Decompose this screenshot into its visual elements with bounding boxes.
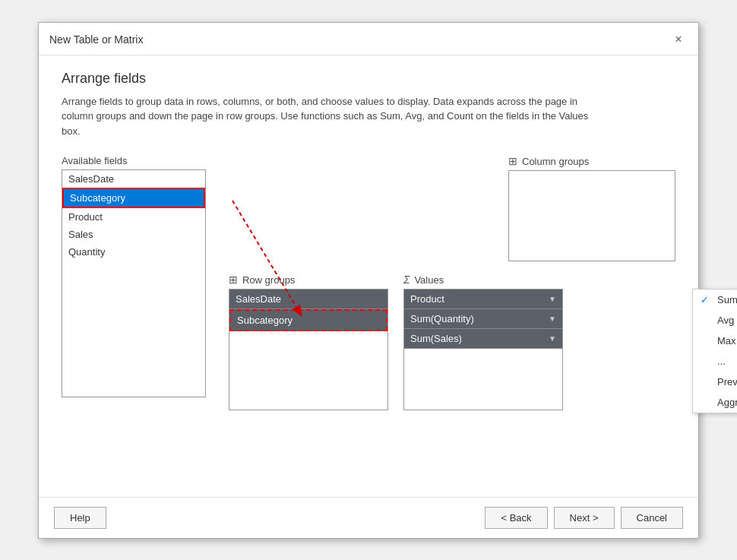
footer-right: < Back Next > Cancel [485,507,683,529]
help-button[interactable]: Help [54,507,106,529]
context-menu-item-sum[interactable]: Sum [693,289,737,310]
row-groups-label: Row groups [242,274,295,286]
dialog-title: New Table or Matrix [49,33,143,46]
values-label: Values [414,274,444,286]
values-item[interactable]: Product ▼ [404,289,562,309]
list-item[interactable]: Sales [62,226,205,243]
list-item[interactable]: Quantity [62,243,205,261]
titlebar: New Table or Matrix × [39,23,698,55]
bottom-panels: ⊞ Row groups SalesDate Subcategory [229,274,675,410]
list-item[interactable]: SalesDate [62,170,205,188]
right-panels: ⊞ Column groups ⊞ Row groups [229,155,675,410]
table-column-icon: ⊞ [508,155,517,167]
row-group-item[interactable]: SalesDate [229,289,387,309]
context-menu-item-max[interactable]: Max [693,331,737,351]
available-fields-section: Available fields SalesDate Subcategory P… [62,155,206,397]
dialog-container: New Table or Matrix × Arrange fields Arr… [38,22,699,539]
close-button[interactable]: × [669,30,688,49]
context-menu-item-aggregate[interactable]: Aggregate [693,392,737,413]
next-button[interactable]: Next > [554,507,615,529]
back-button[interactable]: < Back [485,507,547,529]
dialog-body: Arrange fields Arrange fields to group d… [39,55,698,497]
sigma-icon: Σ [403,274,410,286]
available-fields-listbox[interactable]: SalesDate Subcategory Product Sales Quan… [62,169,206,397]
context-menu: Sum Avg Max ... [692,289,737,413]
row-groups-section: ⊞ Row groups SalesDate Subcategory [229,274,388,410]
column-groups-header: ⊞ Column groups [508,155,675,167]
values-header: Σ Values [403,274,563,286]
fields-area: Available fields SalesDate Subcategory P… [62,155,675,410]
list-item-selected[interactable]: Subcategory [62,188,205,208]
values-section: Σ Values Product ▼ Sum(Quantity) ▼ [403,274,563,410]
dropdown-arrow-icon[interactable]: ▼ [549,315,556,323]
row-group-item-selected[interactable]: Subcategory [229,309,387,331]
available-fields-label: Available fields [62,155,206,166]
column-groups-section: ⊞ Column groups [508,155,675,261]
row-groups-box[interactable]: SalesDate Subcategory [229,289,388,410]
top-panels: ⊞ Column groups [229,155,675,261]
context-menu-item-ellipsis[interactable]: ... [693,351,737,372]
column-groups-box[interactable] [508,170,675,261]
section-title: Arrange fields [62,71,675,87]
footer-left: Help [54,507,106,529]
dialog-footer: Help < Back Next > Cancel [39,497,698,538]
context-menu-item-previous[interactable]: Previous [693,372,737,392]
context-menu-item-avg[interactable]: Avg [693,310,737,331]
column-groups-label: Column groups [522,156,589,167]
dropdown-arrow-icon[interactable]: ▼ [549,295,556,303]
values-item[interactable]: Sum(Quantity) ▼ [404,309,562,329]
values-box[interactable]: Product ▼ Sum(Quantity) ▼ Sum(Sales) ▼ [403,289,563,410]
description-text: Arrange fields to group data in rows, co… [62,94,609,139]
list-item[interactable]: Product [62,208,205,226]
dropdown-arrow-icon[interactable]: ▼ [549,334,556,343]
cancel-button[interactable]: Cancel [621,507,683,529]
row-groups-header: ⊞ Row groups [229,274,388,286]
table-row-icon: ⊞ [229,274,238,286]
values-item-active[interactable]: Sum(Sales) ▼ [404,329,562,349]
